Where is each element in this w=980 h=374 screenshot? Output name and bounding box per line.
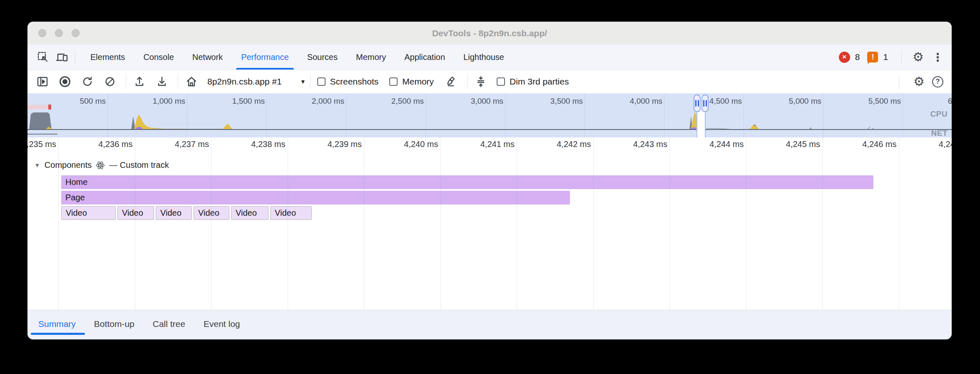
tab-performance[interactable]: Performance (241, 45, 289, 70)
device-toolbar-icon[interactable] (55, 50, 69, 64)
tab-bottom-up[interactable]: Bottom-up (94, 319, 134, 329)
ruler-time-label: 4,247 ms (910, 140, 952, 149)
track-bar-page[interactable]: Page (61, 191, 570, 204)
zoom-window-button[interactable] (72, 29, 80, 37)
toolbar-divider (126, 75, 126, 89)
ruler-time-label: 4,244 ms (682, 140, 744, 149)
ruler-time-label: 4,242 ms (529, 140, 591, 149)
dim-3rd-parties-checkbox[interactable] (497, 77, 505, 86)
help-icon[interactable]: ? (932, 76, 943, 87)
overview-time-label: 500 ms (43, 97, 106, 106)
tab-console[interactable]: Console (143, 45, 174, 70)
screenshots-checkbox-group[interactable]: Screenshots (317, 77, 379, 87)
overview-time-label: 4,000 ms (600, 97, 662, 106)
collect-garbage-icon[interactable] (445, 75, 458, 88)
overview-time-label: 4,500 ms (679, 97, 742, 106)
overview-time-label: 6,000 ms (918, 97, 952, 106)
ruler-time-label: 4,241 ms (452, 140, 515, 149)
track-area[interactable]: ▼ Components — Custom track HomePageVide… (27, 152, 952, 310)
overview-time-label: 2,000 ms (282, 97, 344, 106)
chevron-down-icon: ▼ (300, 78, 306, 85)
timeline-ruler: 4,235 ms4,236 ms4,237 ms4,238 ms4,239 ms… (27, 137, 952, 152)
save-profile-icon[interactable] (155, 75, 169, 88)
ruler-time-label: 4,243 ms (605, 140, 667, 149)
collapse-tracks-icon[interactable] (474, 75, 488, 88)
toggle-sidebar-icon[interactable] (36, 75, 49, 88)
track-bar-video[interactable]: Video (270, 206, 312, 220)
performance-toolbar: 8p2n9n.csb.app #1 ▼ Screenshots Memory (27, 70, 952, 94)
screenshots-label: Screenshots (330, 77, 379, 87)
warning-badge-icon[interactable]: ! (867, 52, 878, 62)
tab-summary[interactable]: Summary (38, 319, 76, 329)
net-lane-label: NET (931, 129, 948, 138)
track-bar-video[interactable]: Video (156, 206, 192, 220)
dim-3rd-parties-label: Dim 3rd parties (510, 77, 569, 87)
custom-track-header[interactable]: ▼ Components — Custom track (34, 160, 169, 170)
capture-settings-gear-icon[interactable]: ⚙ (913, 75, 925, 88)
expander-triangle-icon[interactable]: ▼ (34, 162, 40, 169)
clear-icon[interactable] (103, 75, 117, 88)
cpu-baseline (27, 129, 952, 130)
screenshots-checkbox[interactable] (317, 77, 326, 86)
toolbar-divider (178, 75, 178, 89)
dim-3rd-parties-checkbox-group[interactable]: Dim 3rd parties (497, 77, 569, 87)
live-metrics-home-icon[interactable] (185, 75, 198, 88)
track-bar-home[interactable]: Home (61, 175, 873, 189)
track-bar-video[interactable]: Video (194, 206, 229, 220)
record-and-reload-icon[interactable] (81, 75, 94, 88)
overview-time-label: 1,000 ms (123, 97, 185, 106)
range-handle-right[interactable] (701, 95, 709, 112)
ruler-time-label: 4,236 ms (70, 140, 133, 149)
ruler-time-label: 4,240 ms (376, 140, 438, 149)
tab-lighthouse[interactable]: Lighthouse (463, 45, 504, 70)
ruler-time-label: 4,237 ms (147, 140, 209, 149)
warning-count: 1 (883, 52, 888, 62)
tab-sources[interactable]: Sources (307, 45, 338, 70)
bottom-tab-bar: Summary Bottom-up Call tree Event log (27, 310, 952, 339)
track-bar-video[interactable]: Video (117, 206, 154, 220)
title-bar: DevTools - 8p2n9n.csb.app/ (27, 22, 952, 45)
overview-time-label: 5,000 ms (759, 97, 821, 106)
track-bar-video[interactable]: Video (231, 206, 269, 220)
tab-bar-right-cluster: × 8 ! 1 ⚙ ⋮ (839, 50, 943, 64)
ruler-time-label: 4,238 ms (223, 140, 286, 149)
memory-checkbox[interactable] (389, 77, 398, 86)
timeline-overview[interactable]: 500 ms1,000 ms1,500 ms2,000 ms2,500 ms3,… (27, 94, 952, 138)
net-activity-line (27, 134, 57, 135)
toolbar-divider (310, 75, 311, 89)
atom-icon (96, 161, 105, 170)
tab-bar-divider (901, 50, 902, 64)
error-count: 8 (855, 52, 860, 62)
close-window-button[interactable] (38, 29, 46, 37)
target-selector-label: 8p2n9n.csb.app #1 (207, 77, 282, 87)
overview-time-label: 1,500 ms (202, 97, 265, 106)
tab-network[interactable]: Network (192, 45, 223, 70)
load-profile-icon[interactable] (133, 75, 146, 88)
overview-time-label: 3,500 ms (520, 97, 583, 106)
track-bar-video[interactable]: Video (61, 206, 116, 220)
tab-elements[interactable]: Elements (90, 45, 125, 70)
error-badge-icon[interactable]: × (839, 52, 850, 63)
tab-memory[interactable]: Memory (356, 45, 386, 70)
minimize-window-button[interactable] (55, 29, 63, 37)
target-selector[interactable]: 8p2n9n.csb.app #1 ▼ (207, 77, 306, 87)
ruler-time-label: 4,235 ms (27, 140, 56, 149)
memory-label: Memory (402, 77, 434, 87)
more-options-icon[interactable]: ⋮ (932, 52, 943, 63)
range-handle-left[interactable] (694, 95, 701, 112)
inspect-element-icon[interactable] (36, 50, 50, 64)
overview-time-label: 2,500 ms (361, 97, 424, 106)
track-name: Components (45, 160, 92, 170)
toolbar-divider (899, 75, 899, 89)
cpu-lane-label: CPU (930, 110, 948, 119)
toolbar-divider (467, 75, 468, 89)
tab-application[interactable]: Application (404, 45, 445, 70)
memory-checkbox-group[interactable]: Memory (389, 77, 434, 87)
toolbar-right-cluster: ⚙ ? (899, 75, 943, 89)
tab-call-tree[interactable]: Call tree (153, 319, 185, 329)
tab-event-log[interactable]: Event log (204, 319, 240, 329)
overview-time-label: 3,000 ms (441, 97, 503, 106)
settings-gear-icon[interactable]: ⚙ (913, 51, 924, 63)
record-button[interactable] (58, 75, 72, 88)
traffic-lights (38, 29, 80, 37)
